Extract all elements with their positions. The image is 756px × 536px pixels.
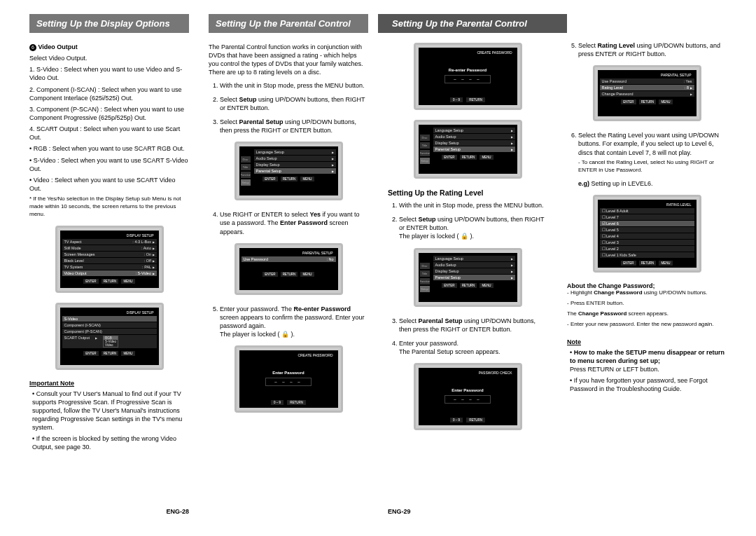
step-3: Select Parental Setup using UP/DOWN butt… xyxy=(220,118,368,135)
item-scart: 4. SCART Output : Select when you want t… xyxy=(29,125,189,142)
tv-parental-setup: PARENTAL SETUP Use Password: No ENTERRET… xyxy=(234,243,343,295)
tv-display-setup-1: DISPLAY SETUP TV Aspect: 4:3 L-Box Still… xyxy=(55,226,164,293)
parental-steps: With the unit in Stop mode, press the ME… xyxy=(209,81,368,135)
about-change-password-head: About the Change Password; xyxy=(567,282,727,289)
page-number-left: ENG-28 xyxy=(166,508,189,515)
column-4: Select Rating Level using UP/DOWN button… xyxy=(557,14,736,515)
about-change-password-body: - Highlight Change Password using UP/DOW… xyxy=(567,289,727,328)
rl-step-5: Select Rating Level using UP/DOWN button… xyxy=(578,41,727,58)
tv-create-password: CREATE PASSWORD Enter Password – – – – 0… xyxy=(234,345,343,413)
col1-body: 6 Video Output Select Video Output. 1. S… xyxy=(29,43,189,219)
tv-reenter-password: CREATE PASSWORD Re-enter Password – – – … xyxy=(414,43,522,110)
rl-step-6: Select the Rating Level you want using U… xyxy=(578,131,727,174)
select-video-output: Select Video Output. xyxy=(29,54,189,62)
tv-password-check: PASSWORD CHECK Enter Password – – – – 0 … xyxy=(414,363,522,430)
column-3: Setting Up the Parental Control CREATE P… xyxy=(378,14,557,515)
column-1: Setting Up the Display Options 6 Video O… xyxy=(20,14,199,515)
tv-display-setup-2: DISPLAY SETUP S-Video Component (I-SCAN)… xyxy=(55,303,164,370)
section-header-parental-1: Setting Up the Parental Control xyxy=(209,14,368,33)
tv-parental-setup-2: PARENTAL SETUP Use Password: Yes Rating … xyxy=(593,65,701,121)
important-note-2: If the screen is blocked by setting the … xyxy=(32,434,189,451)
step-4: Use RIGHT or ENTER to select Yes if you … xyxy=(220,210,368,235)
parental-intro: The Parental Control function works in c… xyxy=(209,43,368,77)
yesno-note: * If the Yes/No selection in the Display… xyxy=(29,195,189,218)
eg-line: e.g) Setting up in LEVEL6. xyxy=(578,179,727,188)
rl-step-3: Select Parental Setup using UP/DOWN butt… xyxy=(399,317,547,334)
item-rgb: • RGB : Select when you want to use SCAR… xyxy=(29,144,189,153)
tv-rating-level: RATING LEVEL ☐ Level 8 Adult ☐ Level 7 ☑… xyxy=(593,195,701,273)
video-output-label: Video Output xyxy=(38,43,78,50)
tv-setup-menu: Disc Menu Title Menu Function Setup Lang… xyxy=(234,142,343,200)
item-svideo2: • S-Video : Select when you want to use … xyxy=(29,156,189,173)
important-note-head: Important Note xyxy=(29,380,189,387)
item-svideo: 1. S-Video : Select when you want to use… xyxy=(29,65,189,82)
note-list: How to make the SETUP menu disappear or … xyxy=(567,348,727,394)
rl-step-2: Select Setup using UP/DOWN buttons, then… xyxy=(399,215,547,240)
circled-number-icon: 6 xyxy=(29,44,36,51)
item-video: • Video : Select when you want to use SC… xyxy=(29,176,189,193)
section-header-display-options: Setting Up the Display Options xyxy=(29,14,189,33)
column-2: Setting Up the Parental Control The Pare… xyxy=(199,14,378,515)
rl-step-4: Enter your password.The Parental Setup s… xyxy=(399,339,547,356)
important-note-1: Consult your TV User's Manual to find ou… xyxy=(32,390,189,432)
tv-setup-menu-2: Disc Menu Title Menu Function Setup Lang… xyxy=(414,120,522,179)
note-head: Note xyxy=(567,338,727,345)
note-1: How to make the SETUP menu disappear or … xyxy=(570,348,727,373)
step-5: Enter your password. The Re-enter Passwo… xyxy=(220,305,368,339)
step-2: Select Setup using UP/DOWN buttons, then… xyxy=(220,95,368,112)
item-pscan: 3. Component (P-SCAN) : Select when you … xyxy=(29,105,189,122)
item-iscan: 2. Component (I-SCAN) : Select when you … xyxy=(29,85,189,102)
important-notes: Consult your TV User's Manual to find ou… xyxy=(29,390,189,452)
tv-setup-menu-3: Disc Menu Title Menu Function Setup Lang… xyxy=(414,248,522,307)
section-header-parental-2: Setting Up the Parental Control xyxy=(378,14,567,33)
rating-level-subhead: Setting Up the Rating Level xyxy=(388,188,547,197)
page-spread: Setting Up the Display Options 6 Video O… xyxy=(0,0,756,536)
page-number-right: ENG-29 xyxy=(388,508,411,515)
step-1: With the unit in Stop mode, press the ME… xyxy=(220,81,368,90)
note-2: If you have forgotten your password, see… xyxy=(570,376,727,393)
rl-step-1: With the unit in Stop mode, press the ME… xyxy=(399,201,547,209)
